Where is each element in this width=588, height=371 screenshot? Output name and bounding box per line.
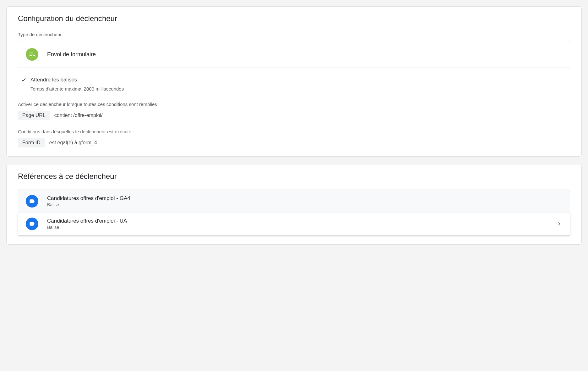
trigger-type-name: Envoi de formulaire: [47, 51, 96, 58]
references-title: Références à ce déclencheur: [18, 172, 570, 181]
activation-condition-section: Activer ce déclencheur lorsque toutes ce…: [18, 102, 570, 120]
references-card: Références à ce déclencheur Candidatures…: [6, 164, 582, 245]
chevron-right-icon: [556, 221, 562, 227]
trigger-type-label: Type de déclencheur: [18, 32, 570, 37]
reference-content: Candidatures offres d'emploi - GA4 Balis…: [47, 195, 562, 207]
form-submit-icon: [26, 48, 38, 61]
fire-condition-row: Form ID est égal(e) à gform_4: [18, 138, 570, 147]
wait-for-tags-label: Attendre les balises: [30, 77, 77, 83]
fire-condition-label: Conditions dans lesquelles le déclencheu…: [18, 129, 570, 134]
reference-item-ua[interactable]: Candidatures offres d'emploi - UA Balise: [18, 213, 570, 235]
reference-name: Candidatures offres d'emploi - GA4: [47, 195, 562, 202]
tag-icon: [26, 218, 38, 230]
fire-condition-section: Conditions dans lesquelles le déclencheu…: [18, 129, 570, 147]
tag-icon: [26, 195, 38, 208]
activation-condition-label: Activer ce déclencheur lorsque toutes ce…: [18, 102, 570, 107]
reference-type: Balise: [47, 225, 547, 230]
reference-content: Candidatures offres d'emploi - UA Balise: [47, 218, 547, 230]
activation-condition-value: contient /offre-emploi/: [54, 113, 103, 118]
checkmark-icon: [20, 77, 27, 83]
references-list: Candidatures offres d'emploi - GA4 Balis…: [18, 190, 570, 235]
variable-chip-page-url: Page URL: [18, 111, 50, 120]
wait-time-text: Temps d'attente maximal 2000 millisecond…: [30, 86, 570, 91]
activation-condition-row: Page URL contient /offre-emploi/: [18, 111, 570, 120]
trigger-type-selector[interactable]: Envoi de formulaire: [18, 41, 570, 68]
variable-chip-form-id: Form ID: [18, 138, 45, 147]
wait-for-tags-row: Attendre les balises: [20, 77, 570, 83]
reference-name: Candidatures offres d'emploi - UA: [47, 218, 547, 224]
reference-type: Balise: [47, 202, 562, 207]
trigger-config-title: Configuration du déclencheur: [18, 14, 570, 23]
fire-condition-value: est égal(e) à gform_4: [49, 140, 97, 146]
trigger-config-card: Configuration du déclencheur Type de déc…: [6, 6, 582, 157]
reference-item-ga4[interactable]: Candidatures offres d'emploi - GA4 Balis…: [18, 190, 570, 213]
